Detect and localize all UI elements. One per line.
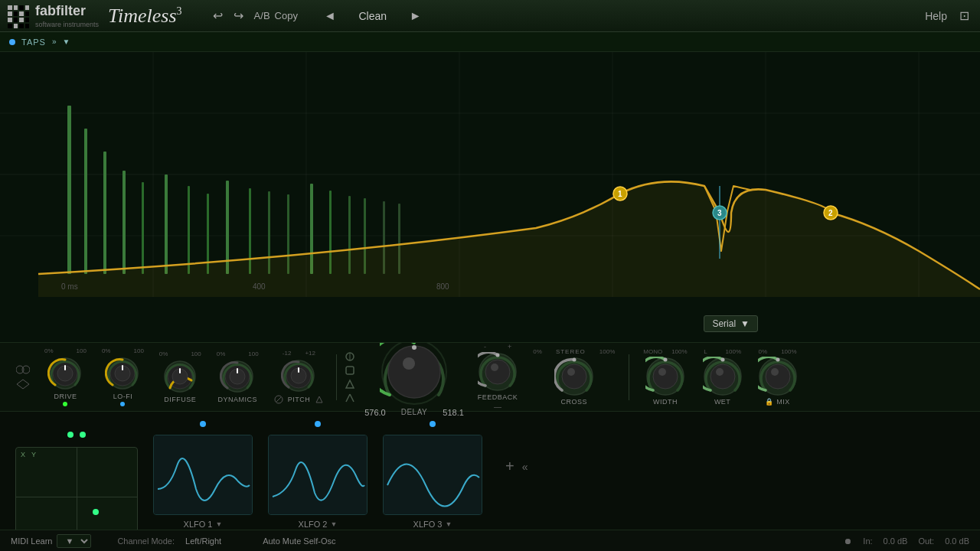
drive-pct-left: 0% bbox=[44, 347, 54, 354]
header-right: Help ⊡ bbox=[925, 8, 969, 23]
header: fabfilter software instruments Timeless3… bbox=[0, 0, 980, 32]
lofi-label: LO-FI bbox=[113, 393, 133, 400]
svg-point-80 bbox=[658, 368, 666, 376]
feedback-label: FEEDBACK bbox=[478, 393, 518, 401]
xy-y-label: Y bbox=[31, 451, 36, 458]
taps-bar: TAPS » ▼ bbox=[0, 32, 980, 52]
mix-group: 0% 100% 🔒 MIX bbox=[758, 348, 798, 406]
mix-knob[interactable] bbox=[758, 357, 798, 396]
record-icon[interactable]: ⏺ bbox=[844, 536, 852, 546]
wet-knob[interactable] bbox=[703, 357, 743, 396]
delay-knob[interactable] bbox=[380, 337, 449, 406]
midi-learn-group: MIDI Learn ▼ bbox=[11, 534, 91, 548]
logo-area: fabfilter software instruments Timeless3 bbox=[8, 3, 182, 28]
wet-pct-left: L bbox=[704, 348, 707, 355]
width-knob[interactable] bbox=[645, 357, 685, 396]
lofi-knob[interactable] bbox=[105, 356, 140, 391]
svg-point-79 bbox=[653, 364, 678, 389]
lofi-dot bbox=[120, 402, 125, 406]
logo-icon bbox=[8, 5, 29, 27]
xy-dot-y bbox=[80, 432, 86, 438]
svg-rect-90 bbox=[154, 435, 253, 515]
collapse-button[interactable]: « bbox=[522, 461, 528, 473]
diffuse-pct-left: 0% bbox=[159, 350, 168, 357]
svg-line-64 bbox=[346, 394, 350, 402]
spectrum-svg: 1 2 3 bbox=[0, 52, 980, 297]
diffuse-label: DIFFUSE bbox=[164, 396, 196, 403]
xlfo3-arrow[interactable]: ▼ bbox=[445, 520, 452, 528]
wet-label: WET bbox=[714, 398, 731, 406]
preset-prev-button[interactable]: ◄ bbox=[324, 9, 336, 23]
fullscreen-button[interactable]: ⊡ bbox=[959, 8, 969, 23]
svg-marker-36 bbox=[17, 380, 29, 389]
pitch-pct-right: +12 bbox=[305, 350, 315, 357]
sync-icon-2 bbox=[15, 378, 31, 390]
feedback-group: - + FEEDBACK — bbox=[478, 343, 518, 411]
dynamics-knob[interactable] bbox=[220, 359, 255, 394]
svg-line-58 bbox=[276, 397, 281, 402]
svg-marker-63 bbox=[346, 380, 354, 388]
svg-marker-59 bbox=[316, 396, 322, 403]
width-label: WIDTH bbox=[653, 398, 678, 406]
fx-icon-4 bbox=[345, 393, 355, 403]
svg-point-75 bbox=[562, 364, 586, 389]
svg-point-85 bbox=[720, 358, 724, 362]
preset-nav: ◄ Clean ► bbox=[324, 9, 422, 23]
xlfo2-label: XLFO 2 bbox=[299, 520, 328, 529]
drive-knob[interactable] bbox=[47, 356, 83, 391]
cross-group: 0% STEREO 100% CROSS bbox=[533, 348, 615, 406]
serial-dropdown[interactable]: Serial ▼ bbox=[704, 315, 758, 332]
svg-rect-15 bbox=[188, 186, 190, 274]
xlfo1-arrow[interactable]: ▼ bbox=[215, 520, 222, 528]
delay-section: 576.0 DELAY 518.1 bbox=[364, 337, 464, 417]
svg-point-76 bbox=[567, 368, 575, 376]
channel-mode-label: Channel Mode: bbox=[117, 536, 175, 546]
midi-learn-dropdown[interactable]: ▼ bbox=[57, 534, 91, 548]
xlfo2-arrow[interactable]: ▼ bbox=[330, 520, 337, 528]
copy-button[interactable]: Copy bbox=[275, 10, 298, 21]
taps-dropdown[interactable]: ▼ bbox=[62, 37, 70, 46]
ab-label[interactable]: A/B bbox=[254, 10, 270, 21]
logo-subtext: software instruments bbox=[35, 21, 99, 28]
svg-point-67 bbox=[388, 346, 440, 398]
svg-point-72 bbox=[491, 364, 498, 371]
cross-pct-right: 100% bbox=[599, 348, 615, 355]
xlfo1-svg bbox=[154, 435, 253, 515]
status-right: ⏺ In: 0.0 dB Out: 0.0 dB bbox=[844, 536, 969, 546]
drive-label: DRIVE bbox=[54, 393, 77, 400]
diffuse-pct-right: 100 bbox=[191, 350, 201, 357]
feedback-knob[interactable] bbox=[478, 352, 518, 392]
help-button[interactable]: Help bbox=[925, 10, 947, 22]
svg-point-77 bbox=[572, 358, 576, 362]
wet-group: L 100% WET bbox=[703, 348, 743, 406]
undo-button[interactable]: ↩ bbox=[213, 8, 223, 23]
redo-button[interactable]: ↪ bbox=[234, 8, 243, 23]
add-lfo-button[interactable]: + bbox=[505, 458, 514, 475]
pitch-knob[interactable] bbox=[281, 358, 316, 393]
svg-point-71 bbox=[485, 360, 510, 384]
xlfo1-display bbox=[153, 435, 253, 515]
xlfo3-svg bbox=[384, 435, 482, 515]
diffuse-knob[interactable] bbox=[162, 359, 198, 394]
time-marker-0: 0 ms bbox=[61, 282, 78, 291]
xlfo3-label-row: XLFO 3 ▼ bbox=[413, 520, 452, 529]
width-pct-right: 100% bbox=[671, 348, 687, 355]
cross-knob[interactable] bbox=[554, 357, 594, 396]
mix-lock-icon[interactable]: 🔒 bbox=[765, 398, 773, 406]
xlfo1-dot bbox=[200, 421, 206, 427]
header-controls: ↩ ↪ A/B Copy ◄ Clean ► bbox=[213, 8, 422, 23]
controls-section: 0% 100 DRIVE 0% 100 LO-FI bbox=[0, 343, 980, 412]
channel-mode-value[interactable]: Left/Right bbox=[185, 536, 221, 546]
drive-pct-right: 100 bbox=[77, 347, 87, 354]
svg-point-89 bbox=[776, 358, 779, 362]
xlfo3-section: XLFO 3 ▼ bbox=[383, 412, 482, 529]
feedback-minus: - bbox=[484, 343, 486, 350]
svg-point-83 bbox=[710, 364, 735, 389]
mix-pct-left: 0% bbox=[759, 348, 768, 355]
xy-x-label: X bbox=[21, 451, 25, 458]
pitch-label: PITCH bbox=[288, 396, 311, 403]
dynamics-pct-right: 100 bbox=[248, 350, 258, 357]
width-mono: MONO bbox=[643, 348, 662, 355]
taps-label: TAPS bbox=[21, 37, 46, 47]
preset-next-button[interactable]: ► bbox=[410, 9, 422, 23]
